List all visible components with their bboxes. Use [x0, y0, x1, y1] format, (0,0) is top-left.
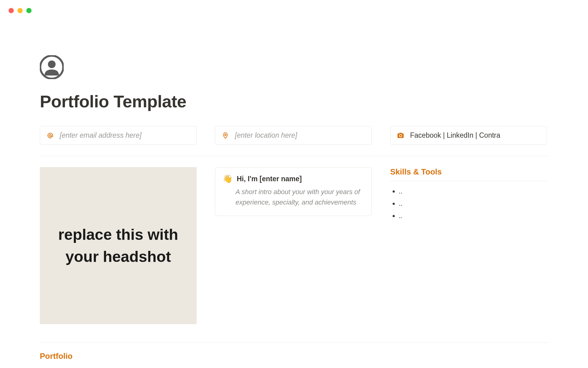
svg-point-4	[225, 134, 226, 136]
maximize-window-icon[interactable]	[26, 8, 32, 13]
email-card[interactable]: [enter email address here]	[40, 126, 197, 145]
list-item[interactable]: ..	[399, 200, 547, 208]
page-avatar[interactable]	[40, 55, 64, 79]
skills-heading[interactable]: Skills & Tools	[390, 167, 547, 181]
location-placeholder: [enter location here]	[235, 131, 297, 140]
skills-list[interactable]: .. .. ..	[390, 187, 547, 220]
headshot-placeholder[interactable]: replace this with your headshot	[40, 167, 197, 324]
intro-body: A short intro about your with your years…	[223, 187, 364, 208]
social-card[interactable]: Facebook | LinkedIn | Contra	[390, 126, 547, 145]
social-links-text: Facebook | LinkedIn | Contra	[410, 131, 500, 140]
camera-icon	[397, 132, 405, 140]
list-item[interactable]: ..	[399, 187, 547, 195]
divider	[40, 156, 548, 156]
portfolio-heading[interactable]: Portfolio	[40, 351, 548, 361]
divider	[40, 343, 548, 343]
at-icon	[46, 132, 54, 140]
intro-heading: Hi, I'm [enter name]	[237, 175, 302, 183]
person-circle-icon	[40, 55, 64, 79]
svg-point-2	[48, 60, 56, 68]
email-placeholder: [enter email address here]	[60, 131, 141, 140]
contact-info-row: [enter email address here] [enter locati…	[40, 126, 548, 145]
page-content: Portfolio Template [enter email address …	[40, 55, 548, 361]
page-title[interactable]: Portfolio Template	[40, 91, 548, 111]
body-row: replace this with your headshot 👋 Hi, I'…	[40, 167, 548, 324]
intro-card[interactable]: 👋 Hi, I'm [enter name] A short intro abo…	[215, 167, 372, 216]
window-traffic-lights[interactable]	[9, 8, 32, 13]
close-window-icon[interactable]	[9, 8, 14, 13]
portfolio-section: Portfolio	[40, 343, 548, 361]
location-pin-icon	[221, 132, 229, 140]
skills-column: Skills & Tools .. .. ..	[390, 167, 547, 224]
intro-heading-row: 👋 Hi, I'm [enter name]	[223, 174, 364, 184]
wave-icon: 👋	[223, 174, 232, 184]
location-card[interactable]: [enter location here]	[215, 126, 372, 145]
list-item[interactable]: ..	[399, 212, 547, 220]
minimize-window-icon[interactable]	[17, 8, 23, 13]
headshot-placeholder-text: replace this with your headshot	[52, 224, 184, 268]
